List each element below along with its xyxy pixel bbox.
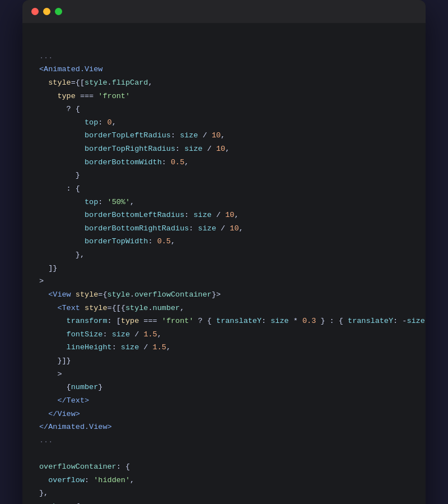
code-content: ... <Animated.View style={[style.flipCar…: [22, 23, 426, 504]
close-button[interactable]: [31, 8, 39, 15]
minimize-button[interactable]: [43, 8, 50, 15]
maximize-button[interactable]: [55, 8, 62, 15]
titlebar: [22, 0, 426, 23]
code-editor-window: ... <Animated.View style={[style.flipCar…: [22, 0, 426, 504]
